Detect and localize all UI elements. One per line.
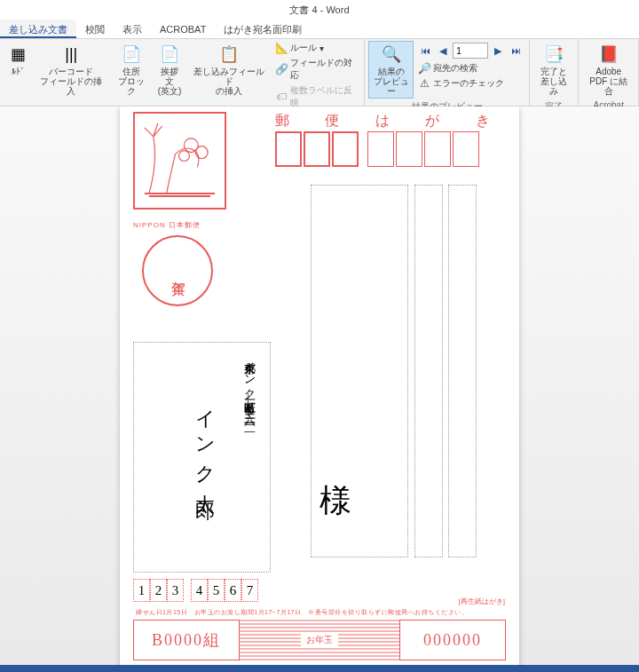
- sama-suffix: 様: [320, 479, 351, 523]
- barcode-icon: |||: [60, 43, 82, 65]
- address-column-2[interactable]: [414, 185, 443, 557]
- zip-box[interactable]: [304, 131, 330, 167]
- recycled-label: [再生紙はがき]: [459, 597, 505, 606]
- search-icon: 🔎: [418, 62, 430, 75]
- title-bar: 文書 4 - Word: [0, 0, 639, 20]
- deadline-text: 締せん日1月15日 お年玉のお渡し期間1月17~7月17日 ※番号部分を切り取ら…: [136, 608, 468, 617]
- hagaki-page[interactable]: NIPPON 日本郵便 郵 便 は が き 様 年賀 東京都インク区革命町一―三…: [120, 107, 519, 665]
- sender-name: インク太郎: [192, 396, 218, 489]
- match-icon: 🔗: [275, 63, 288, 75]
- sender-zip-boxes: 1 2 3 4 5 6 7: [133, 579, 258, 602]
- greeting-icon: 📄: [159, 43, 180, 65]
- greeting-button[interactable]: 📄挨拶文 (英文): [154, 41, 186, 99]
- zip-box[interactable]: [275, 131, 302, 167]
- document-workspace: NIPPON 日本郵便 郵 便 は が き 様 年賀 東京都インク区革命町一―三…: [0, 107, 639, 665]
- otoshidama-label: お年玉: [301, 632, 338, 648]
- last-record-button[interactable]: ⏭: [508, 43, 524, 59]
- zip-box[interactable]: [424, 131, 451, 167]
- record-number-input[interactable]: [453, 43, 488, 59]
- field-button[interactable]: ▦ﾙﾄﾞ: [4, 41, 32, 79]
- zip-box[interactable]: [332, 131, 359, 167]
- stamp-art-icon: [140, 119, 219, 202]
- nippon-label: NIPPON 日本郵便: [133, 220, 201, 230]
- zip-box[interactable]: [367, 131, 394, 167]
- find-recipient-button[interactable]: 🔎宛先の検索: [415, 61, 525, 75]
- rules-button[interactable]: 📐ルール ▾: [272, 41, 359, 55]
- status-bar: [0, 665, 639, 672]
- zip-box[interactable]: [453, 131, 479, 167]
- pdf-icon: 📕: [598, 43, 619, 65]
- lottery-mid: お年玉: [240, 620, 399, 660]
- finish-icon: 📑: [543, 43, 564, 65]
- sender-zip-digit[interactable]: 3: [167, 579, 184, 602]
- hagaki-heading: 郵 便 は が き: [275, 112, 506, 130]
- merge-field-button[interactable]: 📋差し込みフィールド の挿入: [187, 41, 271, 99]
- address-icon: 📄: [121, 43, 142, 65]
- svg-point-1: [195, 146, 208, 159]
- ribbon-tabs: 差し込み文書 校閲 表示 ACROBAT はがき宛名面印刷: [0, 20, 639, 39]
- address-block-button[interactable]: 📄住所 ブロック: [110, 41, 151, 99]
- sender-zip-digit[interactable]: 2: [150, 579, 167, 602]
- sender-zip-digit[interactable]: 6: [225, 579, 241, 602]
- first-record-button[interactable]: ⏮: [417, 43, 433, 59]
- svg-point-2: [179, 151, 190, 162]
- ribbon: ▦ﾙﾄﾞ |||バーコード フィールドの挿入 📄住所 ブロック 📄挨拶文 (英文…: [0, 39, 639, 107]
- labels-icon: 🏷: [275, 91, 287, 103]
- sender-zip-digit[interactable]: 7: [241, 579, 258, 602]
- match-fields-button[interactable]: 🔗フィールドの対応: [272, 56, 359, 83]
- barcode-button[interactable]: |||バーコード フィールドの挿入: [34, 41, 108, 99]
- zip-box[interactable]: [396, 131, 422, 167]
- tab-hagaki[interactable]: はがき宛名面印刷: [215, 20, 311, 38]
- field-icon: ▦: [7, 43, 28, 65]
- tab-mailmerge[interactable]: 差し込み文書: [0, 20, 76, 38]
- nenga-stamp: 年賀: [142, 235, 213, 306]
- preview-icon: 🔍: [381, 43, 402, 65]
- sender-zip-digit[interactable]: 4: [191, 579, 208, 602]
- stamp-frame: [133, 112, 226, 210]
- lottery-group: B0000組: [133, 620, 240, 660]
- mergefield-icon: 📋: [218, 43, 240, 65]
- tab-view[interactable]: 表示: [114, 20, 151, 38]
- sender-zip-digit[interactable]: 5: [208, 579, 225, 602]
- next-record-button[interactable]: ▶: [490, 43, 506, 59]
- error-icon: ⚠: [418, 77, 430, 90]
- finish-merge-button[interactable]: 📑完了と 差し込み: [533, 41, 574, 99]
- sender-zip-digit[interactable]: 1: [133, 579, 150, 602]
- stamp-area: [133, 112, 226, 218]
- sender-box[interactable]: 東京都インク区革命町一―三六―一二 インク太郎: [133, 342, 271, 573]
- recipient-zip-boxes: [275, 131, 479, 167]
- address-column-1[interactable]: [448, 185, 477, 557]
- tab-acrobat[interactable]: ACROBAT: [151, 20, 215, 38]
- check-errors-button[interactable]: ⚠エラーのチェック: [415, 76, 525, 91]
- adobe-pdf-button[interactable]: 📕Adobe PDF に結合: [582, 41, 635, 99]
- lottery-strip: B0000組 お年玉 000000: [133, 620, 506, 660]
- tab-review[interactable]: 校閲: [76, 20, 114, 38]
- preview-results-button[interactable]: 🔍結果の プレビュー: [368, 41, 414, 99]
- lottery-number: 000000: [399, 620, 506, 660]
- rules-icon: 📐: [275, 42, 288, 54]
- prev-record-button[interactable]: ◀: [435, 43, 451, 59]
- sender-address: 東京都インク区革命町一―三六―一二: [241, 353, 257, 416]
